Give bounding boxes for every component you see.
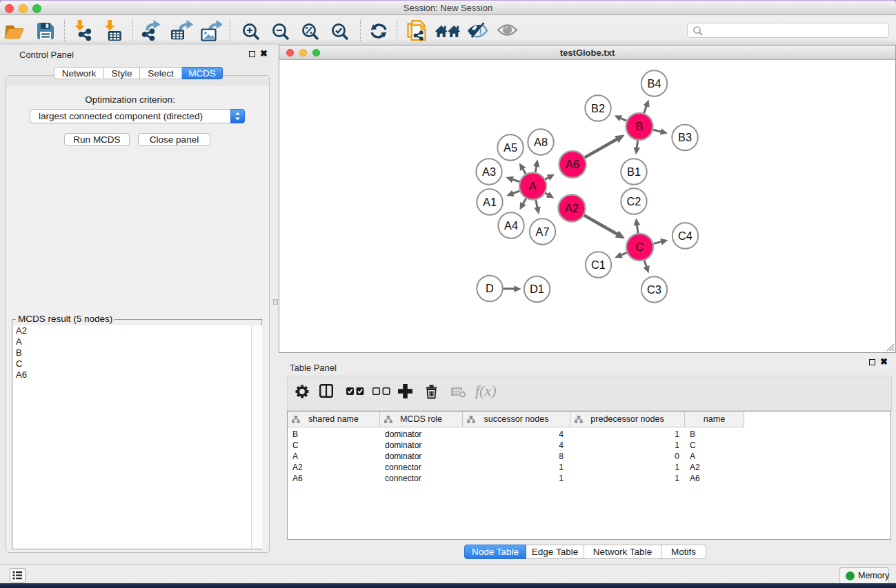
svg-text:A5: A5 <box>504 141 517 154</box>
svg-text:A3: A3 <box>482 165 496 178</box>
svg-text:A2: A2 <box>565 202 579 214</box>
svg-text:B: B <box>636 120 644 132</box>
svg-text:B1: B1 <box>627 165 641 178</box>
svg-text:C: C <box>636 241 644 253</box>
svg-text:C2: C2 <box>627 195 641 207</box>
svg-text:B3: B3 <box>678 131 692 143</box>
svg-text:A8: A8 <box>534 136 548 148</box>
svg-text:D1: D1 <box>530 283 544 295</box>
svg-text:A: A <box>529 180 537 192</box>
svg-text:A1: A1 <box>483 196 497 208</box>
svg-text:C3: C3 <box>647 283 661 296</box>
svg-text:B4: B4 <box>648 77 661 90</box>
svg-text:A7: A7 <box>536 225 550 238</box>
svg-text:A4: A4 <box>504 219 518 232</box>
svg-text:C4: C4 <box>678 230 693 242</box>
svg-text:A6: A6 <box>566 158 579 170</box>
svg-text:B2: B2 <box>591 102 605 114</box>
svg-text:C1: C1 <box>591 258 606 271</box>
svg-text:D: D <box>486 282 494 294</box>
